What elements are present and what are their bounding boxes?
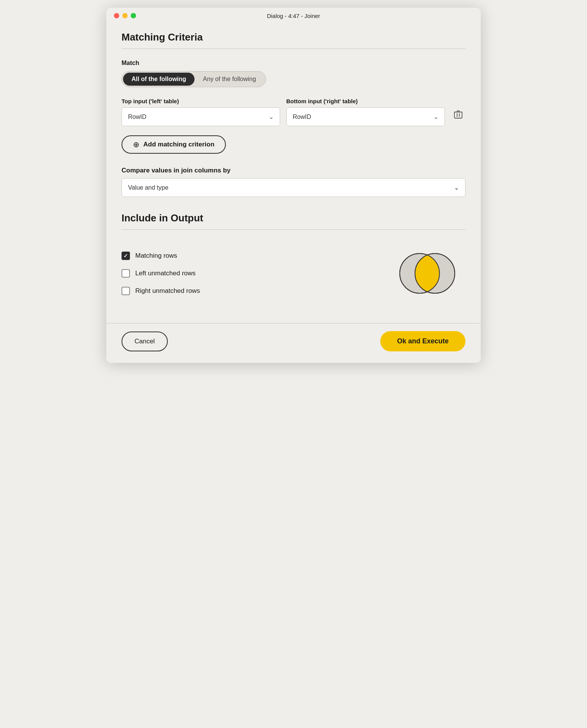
matching-criteria-title: Matching Criteria xyxy=(122,31,465,43)
traffic-lights xyxy=(114,13,136,18)
delete-row-button[interactable] xyxy=(451,104,465,126)
ok-execute-button[interactable]: Ok and Execute xyxy=(380,331,465,351)
bottom-input-chevron-icon: ⌄ xyxy=(433,113,438,120)
svg-rect-0 xyxy=(454,112,462,118)
top-input-column: Top input ('left' table) RowID ⌄ xyxy=(122,98,280,126)
checkbox-row-matching[interactable]: Matching rows xyxy=(122,252,200,260)
output-content: Matching rows Left unmatched rows Right … xyxy=(122,240,465,304)
compare-value: Value and type xyxy=(128,184,169,191)
toggle-any-following[interactable]: Any of the following xyxy=(195,73,264,86)
close-button[interactable] xyxy=(114,13,119,18)
toggle-all-following[interactable]: All of the following xyxy=(123,73,195,86)
top-input-label: Top input ('left' table) xyxy=(122,98,280,104)
divider-1 xyxy=(122,49,465,49)
minimize-button[interactable] xyxy=(122,13,128,18)
title-bar: Dialog - 4:47 - Joiner xyxy=(106,8,481,24)
checkbox-matching-rows[interactable] xyxy=(122,252,130,260)
output-section: Include in Output Matching rows Left unm… xyxy=(122,212,465,304)
compare-select[interactable]: Value and type ⌄ xyxy=(122,178,465,197)
input-columns-row: Top input ('left' table) RowID ⌄ Bottom … xyxy=(122,98,465,126)
top-input-chevron-icon: ⌄ xyxy=(269,113,274,120)
checkbox-right-label: Right unmatched rows xyxy=(135,287,200,295)
main-content: Matching Criteria Match All of the follo… xyxy=(106,24,481,315)
add-criterion-label: Add matching criterion xyxy=(143,141,214,148)
venn-diagram xyxy=(389,247,465,300)
checkbox-row-right[interactable]: Right unmatched rows xyxy=(122,287,200,295)
dialog-footer: Cancel Ok and Execute xyxy=(106,323,481,363)
cancel-button[interactable]: Cancel xyxy=(122,332,168,351)
add-criterion-button[interactable]: ⊕ Add matching criterion xyxy=(122,135,226,154)
checkbox-left-label: Left unmatched rows xyxy=(135,270,196,277)
bottom-input-column: Bottom input ('right' table) RowID ⌄ xyxy=(286,98,445,126)
dialog-window: Dialog - 4:47 - Joiner Matching Criteria… xyxy=(106,8,481,363)
match-toggle-group: All of the following Any of the followin… xyxy=(122,71,266,87)
top-input-value: RowID xyxy=(128,114,146,120)
maximize-button[interactable] xyxy=(131,13,136,18)
compare-label: Compare values in join columns by xyxy=(122,167,465,174)
bottom-input-value: RowID xyxy=(293,114,311,120)
add-criterion-icon: ⊕ xyxy=(133,141,139,148)
bottom-input-select[interactable]: RowID ⌄ xyxy=(286,107,445,126)
bottom-input-label: Bottom input ('right' table) xyxy=(286,98,445,104)
checkbox-right-unmatched[interactable] xyxy=(122,287,130,295)
output-checkboxes: Matching rows Left unmatched rows Right … xyxy=(122,252,200,295)
divider-2 xyxy=(122,229,465,230)
compare-chevron-icon: ⌄ xyxy=(454,184,459,191)
window-title: Dialog - 4:47 - Joiner xyxy=(267,13,320,19)
checkbox-left-unmatched[interactable] xyxy=(122,269,130,278)
checkbox-matching-label: Matching rows xyxy=(135,252,177,260)
top-input-select[interactable]: RowID ⌄ xyxy=(122,107,280,126)
match-label: Match xyxy=(122,60,465,67)
output-section-title: Include in Output xyxy=(122,212,465,224)
checkbox-row-left[interactable]: Left unmatched rows xyxy=(122,269,200,278)
